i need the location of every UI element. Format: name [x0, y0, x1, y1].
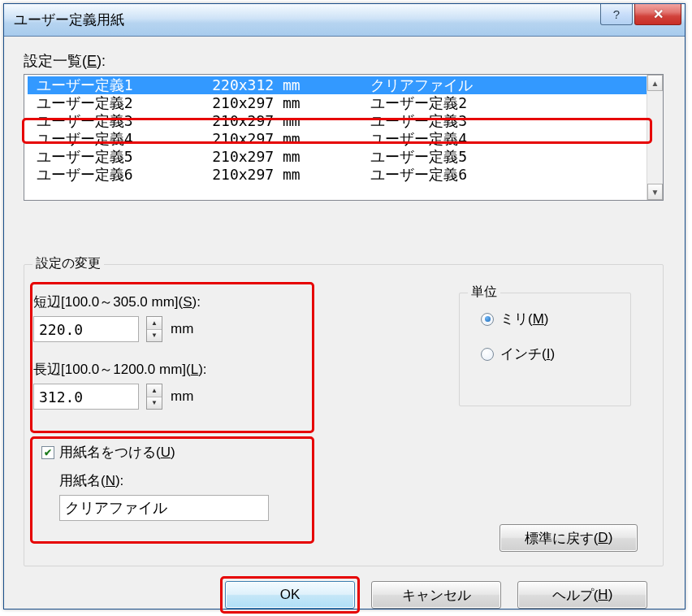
short-edge-row: ▲ ▼ mm	[33, 316, 309, 342]
papername-input[interactable]	[59, 495, 269, 521]
papername-checkbox-label: 用紙名をつける(U)	[59, 443, 175, 462]
list-row[interactable]: ユーザー定義2 210x297 mm ユーザー定義2	[28, 94, 647, 112]
question-icon: ?	[613, 7, 620, 21]
unit-mm-label: ミリ(M)	[500, 310, 549, 328]
unit-inch-label: インチ(I)	[500, 345, 555, 363]
dialog-window: ユーザー定義用紙 ? ✕ 設定一覧(E): ユーザー定義1 220x312 mm…	[3, 3, 686, 609]
long-edge-row: ▲ ▼ mm	[33, 384, 309, 410]
long-edge-unit: mm	[171, 388, 193, 405]
unit-mm-radio[interactable]	[481, 313, 494, 326]
reset-button[interactable]: 標準に戻す(D)	[500, 524, 638, 552]
help-button-bottom[interactable]: ヘルプ(H)	[517, 581, 647, 609]
check-icon: ✔	[44, 447, 52, 458]
long-edge-input[interactable]	[33, 384, 139, 410]
radio-dot-icon	[485, 316, 491, 322]
unit-legend: 単位	[468, 284, 500, 301]
list-row[interactable]: ユーザー定義3 210x297 mm ユーザー定義3	[28, 112, 647, 130]
long-edge-label: 長辺[100.0～1200.0 mm](L):	[33, 360, 309, 379]
close-icon: ✕	[653, 7, 664, 22]
settings-change-legend: 設定の変更	[32, 255, 104, 272]
spin-up-icon[interactable]: ▲	[147, 317, 162, 330]
help-button[interactable]: ?	[600, 4, 633, 25]
settings-listbox-view[interactable]: ユーザー定義1 220x312 mm クリアファイル ユーザー定義2 210x2…	[24, 75, 647, 200]
spin-down-icon[interactable]: ▼	[147, 330, 162, 342]
papername-checkbox[interactable]: ✔	[41, 446, 54, 459]
settings-listbox[interactable]: ユーザー定義1 220x312 mm クリアファイル ユーザー定義2 210x2…	[24, 74, 664, 201]
dialog-buttons: OK キャンセル ヘルプ(H)	[225, 581, 647, 609]
unit-inch-row[interactable]: インチ(I)	[481, 345, 630, 363]
papername-checkbox-row[interactable]: ✔ 用紙名をつける(U)	[41, 443, 309, 462]
list-row[interactable]: ユーザー定義5 210x297 mm ユーザー定義5	[28, 148, 647, 166]
list-scrollbar[interactable]: ▲ ▼	[647, 75, 663, 200]
papername-label: 用紙名(N):	[59, 471, 309, 490]
list-row[interactable]: ユーザー定義1 220x312 mm クリアファイル	[28, 76, 647, 94]
size-inputs: 短辺[100.0～305.0 mm](S): ▲ ▼ mm 長辺[100.0～1…	[33, 293, 309, 410]
papername-block: ✔ 用紙名をつける(U) 用紙名(N):	[41, 443, 309, 521]
client-area: 設定一覧(E): ユーザー定義1 220x312 mm クリアファイル ユーザー…	[4, 37, 685, 609]
scroll-up-icon[interactable]: ▲	[647, 75, 663, 91]
settings-list-label: 設定一覧(E):	[24, 51, 665, 71]
spin-up-icon[interactable]: ▲	[147, 384, 162, 397]
short-edge-unit: mm	[171, 321, 193, 337]
titlebar-buttons: ? ✕	[600, 4, 685, 36]
unit-mm-row[interactable]: ミリ(M)	[481, 310, 630, 328]
cancel-button[interactable]: キャンセル	[371, 581, 501, 609]
titlebar: ユーザー定義用紙 ? ✕	[4, 4, 685, 37]
long-edge-block: 長辺[100.0～1200.0 mm](L): ▲ ▼ mm	[33, 360, 309, 410]
spin-down-icon[interactable]: ▼	[147, 397, 162, 410]
window-title: ユーザー定義用紙	[14, 11, 600, 29]
short-edge-label: 短辺[100.0～305.0 mm](S):	[33, 293, 309, 311]
unit-inch-radio[interactable]	[481, 348, 494, 361]
unit-group: 単位 ミリ(M) インチ(I)	[459, 293, 631, 406]
list-row[interactable]: ユーザー定義4 210x297 mm ユーザー定義4	[28, 130, 647, 148]
close-button[interactable]: ✕	[634, 4, 681, 25]
short-edge-input[interactable]	[33, 316, 139, 342]
ok-button[interactable]: OK	[225, 581, 355, 609]
list-row[interactable]: ユーザー定義6 210x297 mm ユーザー定義6	[28, 166, 647, 184]
scroll-down-icon[interactable]: ▼	[647, 184, 663, 200]
long-edge-spinner[interactable]: ▲ ▼	[146, 384, 162, 410]
short-edge-spinner[interactable]: ▲ ▼	[146, 316, 162, 342]
